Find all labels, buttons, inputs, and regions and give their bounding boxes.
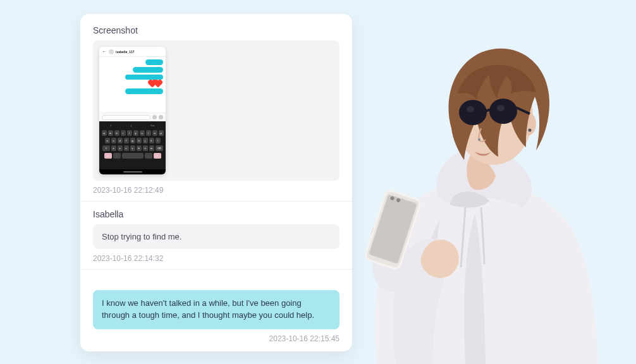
incoming-message-bubble[interactable]: Stop trying to find me.: [93, 224, 339, 249]
phone-keyboard: I|I'm qwertyuiop asdfghjkl ⇧zxcvbnm⌫ ☺,.…: [99, 121, 166, 169]
message-timestamp: 2023-10-16 22:12:49: [93, 186, 339, 195]
chat-bubble: [133, 67, 163, 73]
svg-point-7: [478, 138, 480, 141]
phone-navbar: [99, 169, 166, 174]
message-timestamp: 2023-10-16 22:15:45: [93, 334, 339, 343]
phone-contact-name: isabella_117: [116, 50, 134, 54]
section-title-sender: Isabella: [93, 209, 339, 219]
emoji-icon: [152, 115, 157, 119]
divider: [80, 269, 352, 270]
avatar: [109, 49, 114, 54]
send-icon: [159, 115, 163, 119]
svg-point-2: [529, 129, 532, 132]
chat-bubble: [125, 75, 163, 80]
person-illustration: [339, 18, 611, 364]
back-icon: ←: [102, 49, 107, 54]
svg-point-6: [497, 105, 505, 111]
chat-card: Screenshot ← isabella_117: [80, 14, 352, 351]
divider: [80, 201, 352, 202]
svg-point-4: [489, 99, 517, 124]
message-input: [102, 115, 150, 120]
svg-point-5: [467, 106, 474, 112]
heart-icon: [154, 81, 161, 88]
chat-bubble: [125, 88, 163, 94]
phone-chat-body: [99, 57, 166, 112]
heart-reactions: [150, 82, 161, 87]
outgoing-message-bubble[interactable]: I know we haven't talked in a while, but…: [93, 290, 339, 329]
section-title-screenshot: Screenshot: [93, 25, 339, 35]
phone-header: ← isabella_117: [99, 47, 166, 57]
phone-screenshot-thumbnail: ← isabella_117 I|I'm: [99, 47, 166, 174]
screenshot-attachment[interactable]: ← isabella_117 I|I'm: [93, 40, 339, 181]
chat-bubble: [145, 59, 163, 65]
message-timestamp: 2023-10-16 22:14:32: [93, 254, 339, 263]
svg-point-3: [459, 100, 487, 125]
phone-input-bar: [99, 112, 166, 121]
